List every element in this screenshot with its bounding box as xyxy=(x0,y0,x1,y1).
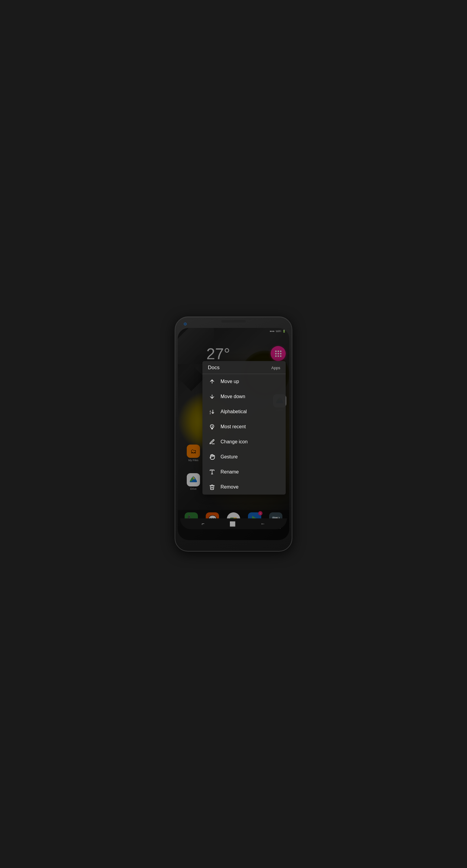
menu-item-most-recent-label: Most recent xyxy=(221,424,246,430)
menu-item-remove-label: Remove xyxy=(221,484,239,490)
nav-bar: ⌐ ⬜ ← xyxy=(180,518,287,529)
menu-item-change-icon-label: Change icon xyxy=(221,439,248,444)
menu-item-remove[interactable]: Remove xyxy=(202,479,286,495)
menu-item-gesture[interactable]: Gesture xyxy=(202,450,286,464)
move-up-icon xyxy=(208,377,216,386)
menu-item-move-up[interactable]: Move up xyxy=(202,374,286,389)
menu-item-change-icon[interactable]: Change icon xyxy=(202,434,286,450)
menu-item-most-recent[interactable]: Most recent xyxy=(202,419,286,434)
context-menu: Docs Apps Move up xyxy=(202,361,286,495)
camera-dot xyxy=(184,322,187,326)
menu-apps-label: Apps xyxy=(271,366,280,370)
most-recent-icon xyxy=(208,423,216,431)
menu-item-alphabetical[interactable]: A Z Alphabetical xyxy=(202,404,286,419)
menu-item-move-down[interactable]: Move down xyxy=(202,389,286,404)
rename-icon xyxy=(208,468,216,476)
menu-title: Docs xyxy=(208,365,220,371)
nav-back-button[interactable]: ← xyxy=(261,521,265,527)
screen: ●●● WiFi 🔋 27° xyxy=(178,328,289,540)
menu-item-move-down-label: Move down xyxy=(221,394,245,399)
svg-text:Z: Z xyxy=(210,412,211,415)
nav-recents-button[interactable]: ⌐ xyxy=(202,521,204,527)
move-down-icon xyxy=(208,393,216,401)
menu-item-alphabetical-label: Alphabetical xyxy=(221,409,247,414)
gesture-icon xyxy=(208,453,216,461)
menu-item-move-up-label: Move up xyxy=(221,379,239,384)
menu-item-rename[interactable]: Rename xyxy=(202,464,286,479)
alphabetical-icon: A Z xyxy=(208,407,216,416)
nav-home-button[interactable]: ⬜ xyxy=(230,521,236,527)
menu-item-rename-label: Rename xyxy=(221,469,239,475)
phone-notch xyxy=(222,320,245,322)
menu-header: Docs Apps xyxy=(202,361,286,374)
change-icon-icon xyxy=(208,438,216,446)
remove-icon xyxy=(208,483,216,491)
menu-item-gesture-label: Gesture xyxy=(221,454,238,460)
phone-frame: ●●● WiFi 🔋 27° xyxy=(175,316,292,552)
